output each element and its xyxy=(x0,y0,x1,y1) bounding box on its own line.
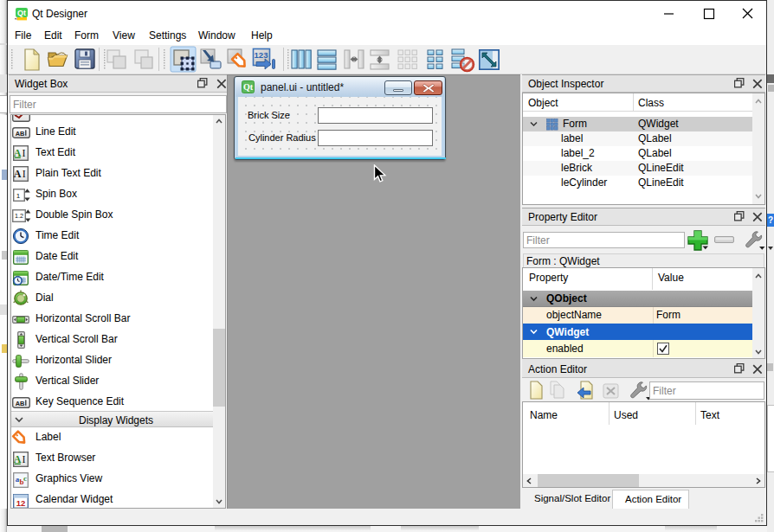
svg-text:123: 123 xyxy=(255,50,268,60)
svg-text:Qt: Qt xyxy=(17,9,26,17)
svg-text:Qt: Qt xyxy=(243,82,254,92)
